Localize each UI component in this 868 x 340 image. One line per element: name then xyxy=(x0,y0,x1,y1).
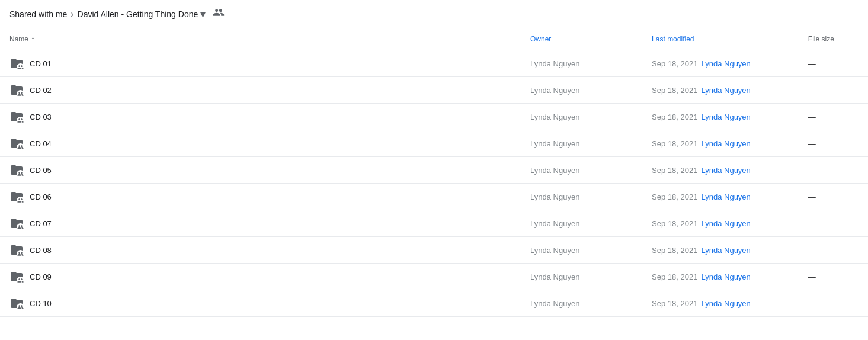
filesize-cell-7: — xyxy=(799,237,868,264)
modifier-name-1: Lynda Nguyen xyxy=(701,86,750,95)
folder-icon-wrap-7 xyxy=(9,243,24,257)
filesize-cell-8: — xyxy=(799,264,868,290)
folder-icon-wrap-0 xyxy=(9,56,24,70)
table-row[interactable]: CD 01 Lynda Nguyen Sep 18, 2021 Lynda Ng… xyxy=(0,50,868,77)
file-name-7: CD 08 xyxy=(30,246,52,255)
modifier-name-5: Lynda Nguyen xyxy=(701,193,750,201)
file-name-4: CD 05 xyxy=(30,166,52,175)
filesize-cell-1: — xyxy=(799,77,868,104)
filesize-cell-6: — xyxy=(799,210,868,237)
file-name-6: CD 07 xyxy=(30,219,52,228)
filesize-cell-0: — xyxy=(799,50,868,77)
owner-cell-3: Lynda Nguyen xyxy=(521,130,642,157)
table-row[interactable]: CD 08 Lynda Nguyen Sep 18, 2021 Lynda Ng… xyxy=(0,237,868,264)
table-row[interactable]: CD 09 Lynda Nguyen Sep 18, 2021 Lynda Ng… xyxy=(0,264,868,290)
column-header-name[interactable]: Name ↑ xyxy=(0,28,521,50)
name-cell-2: CD 03 xyxy=(0,104,521,130)
owner-cell-2: Lynda Nguyen xyxy=(521,104,642,130)
shared-badge-5 xyxy=(17,197,24,204)
folder-icon-wrap-9 xyxy=(9,296,24,310)
modified-date-3: Sep 18, 2021 xyxy=(652,139,697,148)
modified-cell-8: Sep 18, 2021 Lynda Nguyen xyxy=(642,264,799,290)
file-name-9: CD 10 xyxy=(30,299,52,308)
modified-cell-2: Sep 18, 2021 Lynda Nguyen xyxy=(642,104,799,130)
people-icon[interactable] xyxy=(213,7,225,21)
name-cell-1: CD 02 xyxy=(0,77,521,104)
name-cell-0: CD 01 xyxy=(0,50,521,77)
name-cell-7: CD 08 xyxy=(0,237,521,264)
owner-cell-9: Lynda Nguyen xyxy=(521,290,642,317)
shared-badge-0 xyxy=(17,63,24,71)
shared-badge-8 xyxy=(17,277,24,284)
shared-badge-2 xyxy=(17,117,24,124)
chevron-down-icon: ▾ xyxy=(200,8,206,21)
folder-icon-wrap-6 xyxy=(9,216,24,230)
filesize-cell-5: — xyxy=(799,184,868,210)
owner-cell-1: Lynda Nguyen xyxy=(521,77,642,104)
breadcrumb-folder-name: David Allen - Getting Thing Done xyxy=(78,9,198,19)
modified-date-9: Sep 18, 2021 xyxy=(652,299,697,308)
table-row[interactable]: CD 06 Lynda Nguyen Sep 18, 2021 Lynda Ng… xyxy=(0,184,868,210)
shared-badge-4 xyxy=(17,170,24,178)
name-cell-3: CD 04 xyxy=(0,130,521,157)
file-name-5: CD 06 xyxy=(30,193,52,201)
folder-icon-wrap-8 xyxy=(9,270,24,284)
table-row[interactable]: CD 02 Lynda Nguyen Sep 18, 2021 Lynda Ng… xyxy=(0,77,868,104)
shared-badge-3 xyxy=(17,143,24,151)
shared-badge-1 xyxy=(17,90,24,98)
file-name-3: CD 04 xyxy=(30,139,52,148)
modifier-name-6: Lynda Nguyen xyxy=(701,219,750,228)
modifier-name-7: Lynda Nguyen xyxy=(701,246,750,255)
modified-cell-1: Sep 18, 2021 Lynda Nguyen xyxy=(642,77,799,104)
modified-date-5: Sep 18, 2021 xyxy=(652,193,697,201)
owner-cell-8: Lynda Nguyen xyxy=(521,264,642,290)
name-cell-5: CD 06 xyxy=(0,184,521,210)
file-name-2: CD 03 xyxy=(30,113,52,121)
column-header-file-size: File size xyxy=(799,28,868,50)
name-cell-9: CD 10 xyxy=(0,290,521,317)
filesize-cell-9: — xyxy=(799,290,868,317)
breadcrumb-shared-with-me[interactable]: Shared with me xyxy=(9,9,67,19)
modified-cell-6: Sep 18, 2021 Lynda Nguyen xyxy=(642,210,799,237)
column-header-last-modified[interactable]: Last modified xyxy=(642,28,799,50)
owner-cell-5: Lynda Nguyen xyxy=(521,184,642,210)
table-row[interactable]: CD 07 Lynda Nguyen Sep 18, 2021 Lynda Ng… xyxy=(0,210,868,237)
table-row[interactable]: CD 05 Lynda Nguyen Sep 18, 2021 Lynda Ng… xyxy=(0,157,868,184)
breadcrumb-current-folder[interactable]: David Allen - Getting Thing Done ▾ xyxy=(78,8,206,21)
name-cell-4: CD 05 xyxy=(0,157,521,184)
modified-cell-5: Sep 18, 2021 Lynda Nguyen xyxy=(642,184,799,210)
sort-ascending-icon: ↑ xyxy=(31,34,35,44)
owner-cell-7: Lynda Nguyen xyxy=(521,237,642,264)
folder-icon-wrap-4 xyxy=(9,163,24,177)
modifier-name-8: Lynda Nguyen xyxy=(701,272,750,281)
modified-cell-3: Sep 18, 2021 Lynda Nguyen xyxy=(642,130,799,157)
owner-cell-0: Lynda Nguyen xyxy=(521,50,642,77)
name-column-label: Name xyxy=(9,35,28,43)
modifier-name-9: Lynda Nguyen xyxy=(701,299,750,308)
file-name-8: CD 09 xyxy=(30,272,52,281)
modified-date-1: Sep 18, 2021 xyxy=(652,86,697,95)
table-row[interactable]: CD 04 Lynda Nguyen Sep 18, 2021 Lynda Ng… xyxy=(0,130,868,157)
modifier-name-3: Lynda Nguyen xyxy=(701,139,750,148)
file-name-0: CD 01 xyxy=(30,59,52,68)
modified-date-6: Sep 18, 2021 xyxy=(652,219,697,228)
folder-icon-wrap-5 xyxy=(9,190,24,204)
modified-date-7: Sep 18, 2021 xyxy=(652,246,697,255)
table-row[interactable]: CD 03 Lynda Nguyen Sep 18, 2021 Lynda Ng… xyxy=(0,104,868,130)
modified-date-4: Sep 18, 2021 xyxy=(652,166,697,175)
modified-cell-0: Sep 18, 2021 Lynda Nguyen xyxy=(642,50,799,77)
modified-cell-7: Sep 18, 2021 Lynda Nguyen xyxy=(642,237,799,264)
shared-badge-7 xyxy=(17,250,24,258)
folder-icon-wrap-3 xyxy=(9,136,24,150)
modified-cell-4: Sep 18, 2021 Lynda Nguyen xyxy=(642,157,799,184)
folder-icon-wrap-2 xyxy=(9,110,24,124)
shared-badge-9 xyxy=(17,303,24,311)
name-cell-6: CD 07 xyxy=(0,210,521,237)
breadcrumb-separator: › xyxy=(71,9,73,20)
column-header-owner[interactable]: Owner xyxy=(521,28,642,50)
table-header-row: Name ↑ Owner Last modified File size xyxy=(0,28,868,50)
modifier-name-0: Lynda Nguyen xyxy=(701,59,750,68)
table-row[interactable]: CD 10 Lynda Nguyen Sep 18, 2021 Lynda Ng… xyxy=(0,290,868,317)
shared-badge-6 xyxy=(17,223,24,231)
filesize-cell-2: — xyxy=(799,104,868,130)
